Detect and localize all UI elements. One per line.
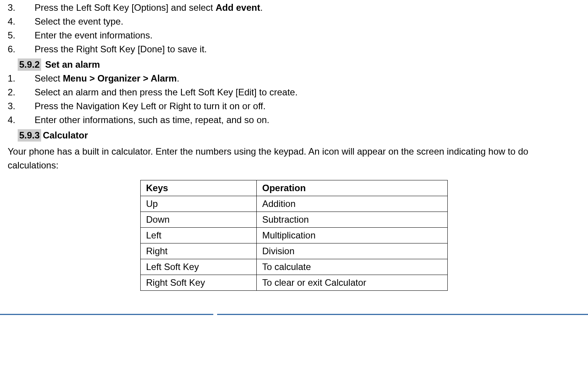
step-text: Press the Navigation Key Left or Right t… (35, 101, 580, 112)
table-cell-op: Subtraction (257, 212, 448, 228)
section-heading-593: 5.9.3 Calculator (18, 129, 580, 142)
section-badge: 5.9.3 (18, 129, 41, 142)
step-text-pre: Enter the event informations. (35, 30, 153, 40)
table-cell-key: Up (141, 196, 257, 212)
section-title: Set an alarm (45, 59, 100, 70)
step-text-post: . (260, 2, 263, 13)
section-heading-592: 5.9.2 Set an alarm (18, 58, 580, 71)
step-text-pre: Press the Left Soft Key [Options] and se… (35, 2, 216, 13)
table-row: Up Addition (141, 196, 448, 212)
step-item: 3. Press the Left Soft Key [Options] and… (8, 2, 580, 13)
table-row: Down Subtraction (141, 212, 448, 228)
table-row: Right Soft Key To clear or exit Calculat… (141, 275, 448, 291)
table-cell-key: Right (141, 243, 257, 259)
steps-alarm-list: 1. Select Menu > Organizer > Alarm. 2. S… (8, 73, 580, 125)
step-item: 6. Press the Right Soft Key [Done] to sa… (8, 44, 580, 55)
step-item: 2. Select an alarm and then press the Le… (8, 87, 580, 98)
step-number: 6. (8, 44, 35, 55)
step-item: 5. Enter the event informations. (8, 30, 580, 41)
table-header-operation: Operation (257, 180, 448, 196)
step-text-pre: Press the Navigation Key Left or Right t… (35, 101, 266, 111)
step-text: Select an alarm and then press the Left … (35, 87, 580, 98)
footer-divider (8, 314, 580, 316)
step-number: 3. (8, 2, 35, 13)
table-cell-key: Right Soft Key (141, 275, 257, 291)
step-number: 1. (8, 73, 35, 84)
step-text-pre: Enter other informations, such as time, … (35, 115, 269, 125)
step-item: 4. Enter other informations, such as tim… (8, 115, 580, 125)
step-text: Select the event type. (35, 16, 580, 27)
step-text-bold: Menu > Organizer > Alarm (63, 73, 177, 83)
step-text-pre: Select (35, 73, 63, 83)
step-number: 5. (8, 30, 35, 41)
table-cell-op: Multiplication (257, 228, 448, 243)
table-row: Left Multiplication (141, 228, 448, 243)
step-text: Select Menu > Organizer > Alarm. (35, 73, 580, 84)
step-number: 4. (8, 16, 35, 27)
steps-top-list: 3. Press the Left Soft Key [Options] and… (8, 2, 580, 55)
step-item: 3. Press the Navigation Key Left or Righ… (8, 101, 580, 112)
table-cell-key: Left (141, 228, 257, 243)
step-text: Enter other informations, such as time, … (35, 115, 580, 125)
table-cell-op: To calculate (257, 259, 448, 275)
section-title: Calculator (43, 130, 88, 141)
step-text-post: . (177, 73, 179, 83)
calculator-intro: Your phone has a built in calculator. En… (8, 145, 580, 172)
table-row: Right Division (141, 243, 448, 259)
step-text-pre: Select the event type. (35, 16, 123, 27)
step-text: Press the Left Soft Key [Options] and se… (35, 2, 580, 13)
step-item: 1. Select Menu > Organizer > Alarm. (8, 73, 580, 84)
table-cell-key: Left Soft Key (141, 259, 257, 275)
step-text: Press the Right Soft Key [Done] to save … (35, 44, 580, 55)
table-row: Left Soft Key To calculate (141, 259, 448, 275)
step-number: 3. (8, 101, 35, 112)
table-header-row: Keys Operation (141, 180, 448, 196)
table-header-keys: Keys (141, 180, 257, 196)
step-text-bold: Add event (216, 2, 260, 13)
table-cell-op: To clear or exit Calculator (257, 275, 448, 291)
table-cell-key: Down (141, 212, 257, 228)
table-cell-op: Addition (257, 196, 448, 212)
section-badge: 5.9.2 (18, 58, 41, 71)
step-item: 4. Select the event type. (8, 16, 580, 27)
calculator-table: Keys Operation Up Addition Down Subtract… (140, 180, 448, 291)
step-number: 4. (8, 115, 35, 125)
step-text-pre: Press the Right Soft Key [Done] to save … (35, 44, 207, 54)
table-cell-op: Division (257, 243, 448, 259)
step-text-pre: Select an alarm and then press the Left … (35, 87, 297, 97)
step-number: 2. (8, 87, 35, 98)
step-text: Enter the event informations. (35, 30, 580, 41)
